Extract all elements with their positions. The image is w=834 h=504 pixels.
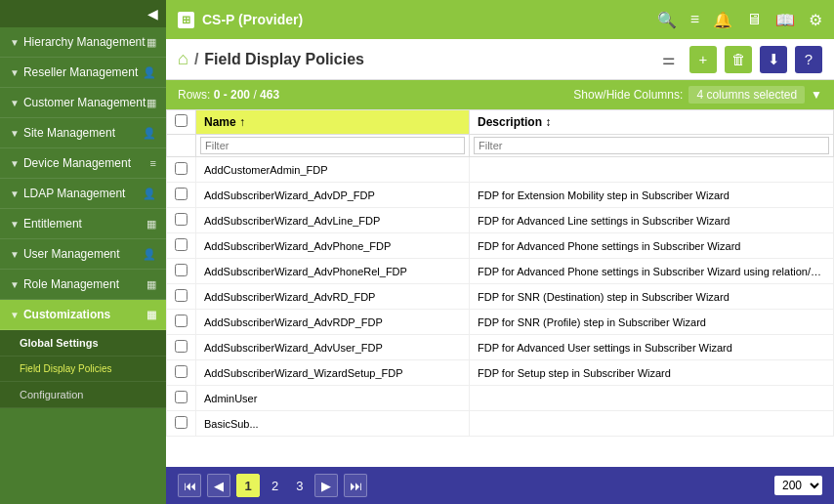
row-description: FDP for Advanced Line settings in Subscr…: [470, 208, 834, 233]
row-checkbox-cell: [167, 208, 196, 233]
filter-button[interactable]: ⚌: [654, 46, 682, 73]
th-description[interactable]: Description ↕: [470, 110, 834, 135]
table-header-row: Name ↑ Description ↕: [167, 110, 834, 135]
row-description: FDP for SNR (Profile) step in Subscriber…: [470, 310, 834, 335]
row-checkbox[interactable]: [175, 416, 188, 429]
row-checkbox[interactable]: [175, 315, 188, 327]
filter-desc-input[interactable]: [474, 137, 829, 154]
topbar-left: ⊞ CS-P (Provider): [178, 12, 303, 28]
home-icon[interactable]: ⌂: [178, 49, 188, 69]
settings-icon[interactable]: ⚙: [809, 11, 822, 29]
row-checkbox[interactable]: [175, 213, 188, 226]
first-page-button[interactable]: ⏮: [178, 474, 201, 497]
sidebar-item-ldap[interactable]: ▼ LDAP Management 👤: [0, 179, 166, 209]
row-checkbox-cell: [167, 157, 196, 183]
search-icon[interactable]: 🔍: [657, 11, 677, 29]
row-description: FDP for SNR (Destination) step in Subscr…: [470, 284, 834, 310]
menu-icon[interactable]: ≡: [690, 11, 699, 28]
global-settings-label: Global Settings: [20, 337, 99, 349]
prev-page-button[interactable]: ◀: [207, 474, 230, 497]
row-checkbox[interactable]: [175, 391, 188, 403]
row-checkbox[interactable]: [175, 340, 188, 353]
sidebar-item-user[interactable]: ▼ User Management 👤: [0, 239, 166, 270]
row-description: [470, 157, 834, 183]
row-name: AddSubscriberWizard_AdvPhoneRel_FDP: [196, 259, 470, 284]
row-checkbox-cell: [167, 310, 196, 335]
sidebar-item-customer[interactable]: ▼ Customer Management ▦: [0, 88, 166, 118]
delete-button[interactable]: 🗑: [725, 46, 752, 73]
book-icon[interactable]: 📖: [775, 11, 795, 29]
sidebar-subitem-placeholder[interactable]: Field Display Policies: [0, 357, 166, 382]
select-all-checkbox[interactable]: [175, 114, 188, 127]
row-checkbox-cell: [167, 386, 196, 411]
ldap-arrow-icon: ▼: [10, 189, 20, 199]
role-arrow-icon: ▼: [10, 279, 20, 290]
table-row: AddSubscriberWizard_AdvPhoneRel_FDPFDP f…: [167, 259, 834, 284]
th-name[interactable]: Name ↑: [196, 110, 470, 135]
main-content: ⊞ CS-P (Provider) 🔍 ≡ 🔔 🖥 📖 ⚙ ⌂ / Field …: [166, 0, 834, 504]
table-row: AddSubscriberWizard_AdvLine_FDPFDP for A…: [167, 208, 834, 233]
sidebar-item-ldap-label: LDAP Management: [23, 187, 126, 200]
sidebar-item-entitlement[interactable]: ▼ Entitlement ▦: [0, 209, 166, 239]
row-description: FDP for Advanced User settings in Subscr…: [470, 335, 834, 360]
last-page-button[interactable]: ⏭: [344, 474, 367, 497]
sidebar-item-role-label: Role Management: [23, 277, 119, 291]
show-hide-label: Show/Hide Columns:: [573, 88, 683, 102]
app-title: CS-P (Provider): [202, 12, 303, 27]
sidebar-toggle[interactable]: ◀: [0, 0, 166, 27]
sidebar-subitem-configuration[interactable]: Configuration: [0, 382, 166, 408]
rows-sep: /: [253, 88, 256, 102]
row-checkbox[interactable]: [175, 289, 188, 302]
table-row: AddSubscriberWizard_WizardSetup_FDPFDP f…: [167, 360, 834, 386]
row-checkbox[interactable]: [175, 238, 188, 251]
site-arrow-icon: ▼: [10, 128, 20, 139]
row-name: AddSubscriberWizard_AdvRD_FDP: [196, 284, 470, 310]
next-page-button[interactable]: ▶: [314, 474, 338, 497]
breadcrumb-separator: /: [194, 51, 198, 68]
row-checkbox-cell: [167, 284, 196, 310]
table-wrapper[interactable]: Name ↑ Description ↕ AddCustomerAd: [166, 109, 834, 467]
monitor-icon[interactable]: 🖥: [746, 11, 762, 28]
filter-name-input[interactable]: [200, 137, 465, 154]
sidebar-item-reseller[interactable]: ▼ Reseller Management 👤: [0, 58, 166, 88]
sidebar-item-device-label: Device Management: [23, 156, 131, 170]
hierarchy-type-icon: ▦: [146, 36, 156, 49]
device-type-icon: ≡: [150, 157, 156, 169]
rows-per-page-select[interactable]: 100 200 500: [774, 476, 822, 495]
customizations-submenu: Global Settings Field Display Policies C…: [0, 330, 166, 408]
page-2-button[interactable]: 2: [266, 477, 284, 495]
sidebar-item-site[interactable]: ▼ Site Management 👤: [0, 118, 166, 148]
row-checkbox[interactable]: [175, 264, 188, 276]
site-type-icon: 👤: [143, 127, 156, 140]
customer-arrow-icon: ▼: [10, 98, 20, 108]
download-button[interactable]: ⬇: [760, 46, 787, 73]
table-row: AddSubscriberWizard_AdvPhone_FDPFDP for …: [167, 233, 834, 259]
row-checkbox[interactable]: [175, 365, 188, 378]
notifications-icon[interactable]: 🔔: [713, 11, 732, 29]
show-hide-columns[interactable]: Show/Hide Columns: 4 columns selected ▼: [573, 86, 822, 104]
row-checkbox[interactable]: [175, 162, 188, 175]
row-checkbox-cell: [167, 411, 196, 437]
pagination-controls: ⏮ ◀ 1 2 3 ▶ ⏭: [178, 474, 367, 497]
page-1-button[interactable]: 1: [236, 474, 260, 497]
help-button[interactable]: ?: [795, 46, 822, 73]
topbar: ⊞ CS-P (Provider) 🔍 ≡ 🔔 🖥 📖 ⚙: [166, 0, 834, 39]
sidebar-subitem-global-settings[interactable]: Global Settings: [0, 330, 166, 357]
sidebar-item-device[interactable]: ▼ Device Management ≡: [0, 148, 166, 179]
row-description: FDP for Advanced Phone settings in Subsc…: [470, 259, 834, 284]
row-name: AddSubscriberWizard_AdvDP_FDP: [196, 183, 470, 208]
table-row: BasicSub...: [167, 411, 834, 437]
collapse-icon[interactable]: ◀: [147, 6, 158, 21]
sidebar-item-customizations[interactable]: ▼ Customizations ▦: [0, 300, 166, 330]
row-checkbox[interactable]: [175, 188, 188, 200]
sidebar-item-customizations-label: Customizations: [23, 308, 110, 321]
page-3-button[interactable]: 3: [290, 477, 309, 495]
entitlement-arrow-icon: ▼: [10, 219, 20, 230]
sidebar-item-user-label: User Management: [23, 247, 120, 261]
row-description: FDP for Setup step in Subscriber Wizard: [470, 360, 834, 386]
add-button[interactable]: +: [689, 46, 717, 73]
sidebar-item-hierarchy[interactable]: ▼ Hierarchy Management ▦: [0, 27, 166, 58]
role-type-icon: ▦: [146, 278, 156, 291]
table-row: AddSubscriberWizard_AdvRDP_FDPFDP for SN…: [167, 310, 834, 335]
sidebar-item-role[interactable]: ▼ Role Management ▦: [0, 270, 166, 300]
